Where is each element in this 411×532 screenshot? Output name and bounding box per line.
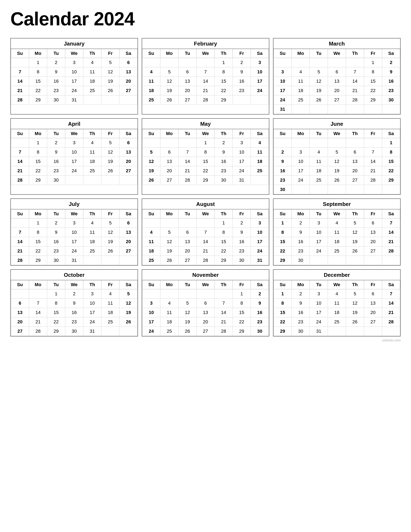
calendar-day[interactable] [142, 58, 160, 67]
calendar-day[interactable]: 17 [292, 166, 310, 176]
calendar-day[interactable]: 18 [83, 77, 101, 86]
calendar-day[interactable]: 19 [142, 166, 160, 176]
calendar-day[interactable]: 9 [47, 67, 65, 77]
calendar-day[interactable]: 10 [65, 228, 83, 237]
calendar-day[interactable]: 18 [310, 166, 328, 176]
calendar-day[interactable]: 9 [47, 228, 65, 237]
calendar-day[interactable]: 29 [274, 327, 292, 336]
calendar-day[interactable]: 28 [179, 176, 197, 185]
calendar-day[interactable] [83, 95, 101, 105]
calendar-day[interactable]: 2 [292, 218, 310, 228]
calendar-day[interactable]: 13 [197, 308, 215, 317]
calendar-day[interactable]: 22 [197, 166, 215, 176]
calendar-day[interactable]: 13 [119, 67, 138, 77]
calendar-day[interactable] [233, 95, 251, 105]
calendar-day[interactable]: 6 [119, 58, 138, 67]
calendar-day[interactable]: 26 [101, 166, 119, 176]
calendar-day[interactable]: 12 [101, 228, 119, 237]
calendar-day[interactable]: 18 [83, 157, 101, 166]
calendar-day[interactable]: 8 [197, 148, 215, 157]
calendar-day[interactable] [11, 218, 29, 228]
calendar-day[interactable]: 16 [274, 166, 292, 176]
calendar-day[interactable] [382, 105, 400, 114]
calendar-day[interactable] [328, 185, 346, 194]
calendar-day[interactable]: 20 [119, 77, 138, 86]
calendar-day[interactable]: 25 [310, 176, 328, 185]
calendar-day[interactable]: 8 [274, 228, 292, 237]
calendar-day[interactable]: 23 [382, 86, 400, 95]
calendar-day[interactable]: 31 [65, 95, 83, 105]
calendar-day[interactable]: 12 [101, 148, 119, 157]
calendar-day[interactable]: 20 [346, 166, 364, 176]
calendar-day[interactable]: 22 [215, 86, 233, 95]
calendar-day[interactable]: 17 [233, 157, 251, 166]
calendar-day[interactable]: 28 [346, 95, 364, 105]
calendar-day[interactable]: 21 [11, 86, 29, 95]
calendar-day[interactable]: 1 [29, 138, 47, 148]
calendar-day[interactable]: 28 [29, 327, 47, 336]
calendar-day[interactable]: 15 [29, 157, 47, 166]
calendar-day[interactable]: 23 [251, 317, 269, 327]
calendar-day[interactable]: 30 [47, 176, 65, 185]
calendar-day[interactable]: 1 [29, 218, 47, 228]
calendar-day[interactable]: 10 [274, 77, 292, 86]
calendar-day[interactable]: 15 [274, 308, 292, 317]
calendar-day[interactable]: 19 [160, 86, 179, 95]
calendar-day[interactable] [197, 218, 215, 228]
calendar-day[interactable]: 6 [364, 218, 382, 228]
calendar-day[interactable]: 6 [197, 299, 215, 308]
calendar-day[interactable]: 11 [142, 77, 160, 86]
calendar-day[interactable]: 11 [83, 148, 101, 157]
calendar-day[interactable]: 27 [197, 327, 215, 336]
calendar-day[interactable]: 12 [310, 77, 328, 86]
calendar-day[interactable] [274, 138, 292, 148]
calendar-day[interactable]: 15 [29, 237, 47, 247]
calendar-day[interactable]: 21 [346, 86, 364, 95]
calendar-day[interactable]: 7 [382, 289, 400, 299]
calendar-day[interactable]: 26 [101, 247, 119, 256]
calendar-day[interactable]: 17 [310, 308, 328, 317]
calendar-day[interactable]: 1 [197, 138, 215, 148]
calendar-day[interactable]: 10 [83, 299, 101, 308]
calendar-day[interactable]: 31 [251, 256, 269, 265]
calendar-day[interactable] [251, 176, 269, 185]
calendar-day[interactable]: 6 [119, 218, 138, 228]
calendar-day[interactable]: 29 [29, 256, 47, 265]
calendar-day[interactable]: 13 [179, 237, 197, 247]
calendar-day[interactable]: 10 [310, 228, 328, 237]
calendar-day[interactable]: 30 [292, 256, 310, 265]
calendar-day[interactable] [179, 58, 197, 67]
calendar-day[interactable]: 24 [65, 86, 83, 95]
calendar-day[interactable] [364, 138, 382, 148]
calendar-day[interactable]: 19 [179, 317, 197, 327]
calendar-day[interactable]: 5 [101, 218, 119, 228]
calendar-day[interactable] [310, 58, 328, 67]
calendar-day[interactable]: 2 [233, 218, 251, 228]
calendar-day[interactable]: 13 [160, 157, 179, 166]
calendar-day[interactable]: 8 [29, 67, 47, 77]
calendar-day[interactable]: 17 [65, 77, 83, 86]
calendar-day[interactable]: 30 [292, 327, 310, 336]
calendar-day[interactable] [142, 138, 160, 148]
calendar-day[interactable]: 24 [65, 247, 83, 256]
calendar-day[interactable]: 23 [47, 166, 65, 176]
calendar-day[interactable]: 24 [233, 166, 251, 176]
calendar-day[interactable]: 18 [83, 237, 101, 247]
calendar-day[interactable]: 16 [47, 237, 65, 247]
calendar-day[interactable]: 4 [328, 218, 346, 228]
calendar-day[interactable]: 5 [328, 148, 346, 157]
calendar-day[interactable]: 9 [233, 228, 251, 237]
calendar-day[interactable]: 18 [142, 86, 160, 95]
calendar-day[interactable] [346, 105, 364, 114]
calendar-day[interactable]: 18 [142, 247, 160, 256]
calendar-day[interactable]: 5 [119, 289, 138, 299]
calendar-day[interactable]: 10 [251, 67, 269, 77]
calendar-day[interactable]: 12 [160, 77, 179, 86]
calendar-day[interactable]: 18 [328, 237, 346, 247]
calendar-day[interactable]: 18 [328, 308, 346, 317]
calendar-day[interactable]: 5 [346, 289, 364, 299]
calendar-day[interactable]: 11 [101, 299, 119, 308]
calendar-day[interactable] [328, 327, 346, 336]
calendar-day[interactable]: 20 [119, 237, 138, 247]
calendar-day[interactable]: 20 [197, 317, 215, 327]
